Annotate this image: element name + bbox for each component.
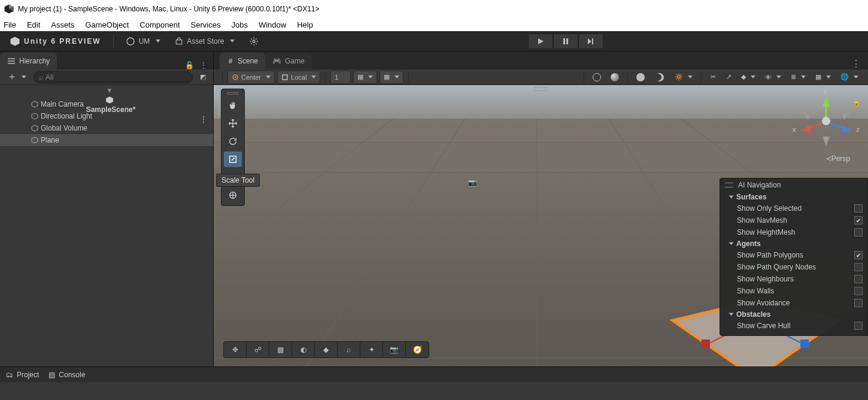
row-show-avoidance[interactable]: Show Avoidance xyxy=(720,297,867,309)
overlay-orientation-icon[interactable]: ☍ xyxy=(247,342,269,357)
increment-snap-dropdown[interactable]: ▦ xyxy=(380,71,403,84)
camera-gizmo-icon[interactable]: 📷 xyxy=(468,178,477,187)
scene-viewport[interactable]: Scale Tool 📷 xyxy=(214,85,868,366)
hierarchy-item-plane[interactable]: Plane xyxy=(0,134,213,146)
panel-menu-icon[interactable]: ⋮ xyxy=(200,61,207,69)
overlay-move-icon[interactable]: ✥ xyxy=(224,342,247,357)
orientation-gizmo[interactable]: x z y xyxy=(796,91,856,151)
overlay-drag-handle[interactable] xyxy=(534,87,548,91)
menu-window[interactable]: Window xyxy=(259,20,286,29)
expand-icon[interactable]: ▼ xyxy=(106,86,113,95)
row-show-navmesh[interactable]: Show NavMesh xyxy=(720,214,867,226)
row-show-carve-hull[interactable]: Show Carve Hull xyxy=(720,320,867,332)
scale-tool[interactable] xyxy=(224,151,242,167)
camera-dropdown[interactable]: ▦ xyxy=(812,71,834,84)
scene-menu-icon[interactable]: ⋮ xyxy=(200,115,207,123)
layers-dropdown[interactable]: ◆ xyxy=(738,71,759,84)
menu-gameobject[interactable]: GameObject xyxy=(85,20,129,29)
tab-game[interactable]: 🎮 Game xyxy=(265,53,312,69)
overlay-gizmo-icon[interactable]: ✦ xyxy=(360,342,383,357)
section-surfaces[interactable]: Surfaces xyxy=(720,192,867,202)
visibility-dropdown[interactable]: 👁 xyxy=(761,71,785,84)
grid-snap-dropdown[interactable]: ▦ xyxy=(353,71,377,84)
account-dropdown[interactable]: UM xyxy=(121,34,166,49)
svg-marker-58 xyxy=(801,125,811,133)
checkbox[interactable] xyxy=(854,322,863,330)
tab-project[interactable]: 🗂 Project xyxy=(6,371,39,379)
checkbox[interactable] xyxy=(854,204,863,213)
row-show-path-query-nodes[interactable]: Show Path Query Nodes xyxy=(720,261,867,273)
svg-point-18 xyxy=(235,76,236,78)
checkbox[interactable] xyxy=(854,287,863,295)
gizmos-dropdown[interactable]: 🌐 xyxy=(837,71,862,84)
checkbox[interactable] xyxy=(854,299,863,307)
menu-jobs[interactable]: Jobs xyxy=(231,20,247,29)
section-obstacles[interactable]: Obstacles xyxy=(720,309,867,320)
step-button[interactable] xyxy=(578,34,603,49)
checkbox[interactable] xyxy=(854,228,863,237)
row-show-neighbours[interactable]: Show Neighbours xyxy=(720,273,867,285)
overlay-search-icon[interactable]: ⌕ xyxy=(338,342,360,357)
window-titlebar: My project (1) - SampleScene - Windows, … xyxy=(0,0,868,18)
fx-toggle-icon[interactable]: ✂ xyxy=(706,71,720,84)
menu-component[interactable]: Component xyxy=(139,20,180,29)
audio-toggle-icon[interactable]: 🔆 xyxy=(671,71,696,84)
create-dropdown[interactable]: ＋ xyxy=(4,71,30,84)
space-dropdown[interactable]: Local xyxy=(277,71,320,84)
skybox-toggle-icon[interactable] xyxy=(633,71,648,84)
menu-bar: File Edit Assets GameObject Component Se… xyxy=(0,18,868,31)
grid-step-field[interactable]: 1 xyxy=(330,71,351,84)
rotate-tool[interactable] xyxy=(224,134,242,149)
increment-snap-icon: ▦ xyxy=(384,73,390,81)
tab-console[interactable]: ▤ Console xyxy=(48,371,85,379)
row-show-walls[interactable]: Show Walls xyxy=(720,285,867,297)
overlay-camera-icon[interactable]: 📷 xyxy=(383,342,406,357)
menu-edit[interactable]: Edit xyxy=(27,20,40,29)
play-button[interactable] xyxy=(528,34,553,49)
overlay-grid-icon[interactable]: ▦ xyxy=(269,342,292,357)
scene-root[interactable]: ▼ SampleScene* ⋮ xyxy=(0,86,213,98)
overlay-compass-icon[interactable]: 🧭 xyxy=(406,342,429,357)
row-show-heightmesh[interactable]: Show HeightMesh xyxy=(720,226,867,238)
row-show-path-polygons[interactable]: Show Path Polygons xyxy=(720,249,867,261)
toolstrip-drag-handle[interactable] xyxy=(224,92,242,95)
move-tool[interactable] xyxy=(224,116,242,131)
overlay-shading-icon[interactable]: ◐ xyxy=(292,342,315,357)
row-show-only-selected[interactable]: Show Only Selected xyxy=(720,202,867,214)
pivot-dropdown[interactable]: Center xyxy=(227,71,275,84)
svg-marker-7 xyxy=(538,38,544,44)
svg-rect-8 xyxy=(563,38,565,44)
menu-assets[interactable]: Assets xyxy=(51,20,74,29)
panel-lock-icon[interactable]: 🔓 xyxy=(185,61,194,69)
draw-mode-shaded-icon[interactable] xyxy=(607,71,623,84)
menu-file[interactable]: File xyxy=(4,20,16,29)
hierarchy-type-filter-icon[interactable]: ◩ xyxy=(196,71,210,84)
gizmo-lock-icon[interactable]: 🔒 xyxy=(852,98,861,107)
projection-label[interactable]: ≺Persp xyxy=(825,154,850,163)
tab-scene[interactable]: ＃ Scene xyxy=(220,53,265,69)
checkbox[interactable] xyxy=(854,251,863,259)
checkbox[interactable] xyxy=(854,263,863,271)
pause-button[interactable] xyxy=(553,34,578,49)
checkbox[interactable] xyxy=(854,275,863,283)
section-agents[interactable]: Agents xyxy=(720,238,867,249)
layers-stack-icon[interactable]: ≣ xyxy=(787,71,809,84)
tab-hierarchy[interactable]: Hierarchy xyxy=(0,53,57,69)
transform-tool[interactable] xyxy=(224,187,242,203)
hierarchy-item-global-volume[interactable]: Global Volume xyxy=(0,122,213,134)
overlay-drag-handle[interactable] xyxy=(725,183,733,187)
menu-services[interactable]: Services xyxy=(191,20,221,29)
overlay-layers-icon[interactable]: ◆ xyxy=(315,342,338,357)
scene-grid-icon: ＃ xyxy=(227,56,234,66)
play-controls xyxy=(528,34,603,49)
asset-store-dropdown[interactable]: Asset Store xyxy=(170,34,239,49)
panel-menu-icon[interactable]: ⋮ xyxy=(851,59,861,69)
settings-icon[interactable] xyxy=(244,34,263,49)
lighting-toggle-icon[interactable] xyxy=(651,71,669,84)
hierarchy-search[interactable]: ⌕ All xyxy=(34,71,193,83)
checkbox[interactable] xyxy=(854,216,863,225)
gizmo-2d-icon[interactable]: ↗ xyxy=(722,71,735,84)
hand-tool[interactable] xyxy=(224,98,242,113)
draw-mode-wireframe-icon[interactable] xyxy=(589,71,605,84)
menu-help[interactable]: Help xyxy=(297,20,313,29)
